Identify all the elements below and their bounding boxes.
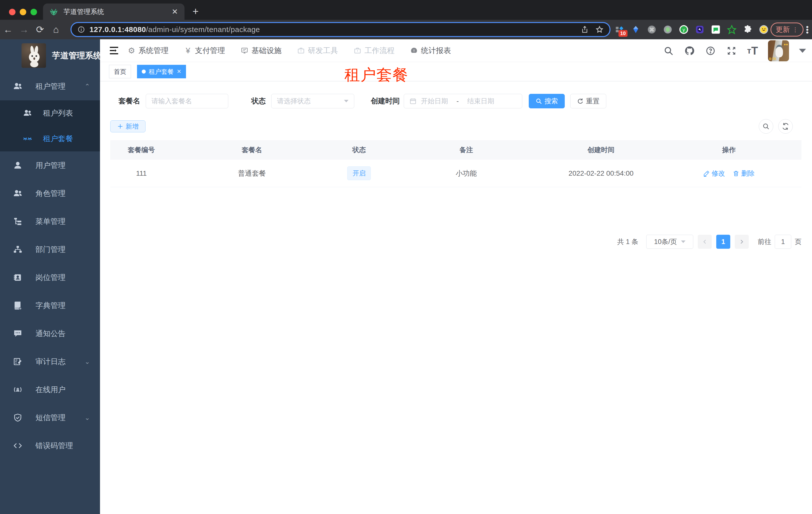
bookmark-star-icon[interactable] [596,26,604,33]
maximize-window-button[interactable] [30,9,37,15]
sidebar-item-post-management[interactable]: 岗位管理 [0,264,100,292]
sidebar-submenu-tenant: 租户列表 租户套餐 [0,100,100,152]
y-extension-icon[interactable]: y [679,25,689,34]
user-avatar[interactable]: 0:70 ●● [768,40,789,61]
current-page-button[interactable]: 1 [716,235,730,249]
page-size-select[interactable]: 10条/页 [646,235,693,249]
chevron-down-icon: ⌄ [85,414,90,422]
user-icon [13,161,23,170]
new-tab-button[interactable]: + [193,5,199,18]
sidebar-item-label: 错误码管理 [35,441,90,451]
browser-tab[interactable]: 芋道管理系统 ✕ [43,3,184,20]
column-header: 创建时间 [546,145,656,154]
top-menu-label: 系统管理 [139,46,169,56]
delete-link[interactable]: 删除 [733,169,755,178]
sidebar-item-tenant-list[interactable]: 租户列表 [0,100,100,126]
address-bar[interactable]: 127.0.0.1:48080/admin-ui/system/tenant/p… [70,22,610,37]
tab-manager-extension-icon[interactable]: 10 [615,25,625,34]
green-dot-extension-icon[interactable] [663,25,672,34]
github-icon[interactable] [684,45,695,56]
gem-extension-icon[interactable] [631,25,640,34]
avatar-caret-icon[interactable] [799,49,806,53]
name-filter-input[interactable] [151,97,223,105]
help-icon[interactable] [705,45,716,56]
cell-remark: 小功能 [387,169,546,178]
back-icon[interactable]: ← [0,24,16,35]
top-menu-devtools[interactable]: 研发工具 [297,46,338,56]
share-icon[interactable] [581,26,588,33]
created-filter-label: 创建时间 [371,96,400,106]
top-menu-reports[interactable]: 统计报表 [410,46,451,56]
reset-button[interactable]: 重置 [570,94,606,108]
tab-close-icon[interactable]: ✕ [172,7,178,16]
fullscreen-icon[interactable] [726,45,737,56]
reload-icon[interactable]: ⟳ [32,24,48,35]
sidebar-item-menu-management[interactable]: 菜单管理 [0,208,100,236]
tag-tenant-package[interactable]: 租户套餐 ✕ [137,65,186,78]
chevron-right-icon [739,239,745,244]
prev-page-button[interactable] [698,235,712,249]
date-range-picker[interactable]: 开始日期 - 结束日期 [404,94,522,108]
next-page-button[interactable] [735,235,749,249]
close-window-button[interactable] [9,9,16,15]
puzzle-extensions-icon[interactable] [743,25,753,34]
cell-status: 开启 [331,166,387,180]
emoji-extension-icon[interactable] [759,25,768,34]
search-button[interactable]: 搜索 [529,94,565,108]
status-filter-select[interactable]: 请选择状态 [271,94,354,108]
sidebar-item-dept-management[interactable]: 部门管理 [0,236,100,264]
chat-extension-icon[interactable] [711,25,721,34]
url-path: /admin-ui/system/tenant/package [146,25,260,33]
star-extension-icon[interactable] [727,25,736,34]
browser-tab-strip: 芋道管理系统 ✕ + [0,0,812,20]
sidebar-logo-row[interactable]: 芋道管理系统 [0,39,100,65]
sidebar-item-error-code[interactable]: 错误码管理 [0,432,100,460]
sidebar-item-audit-log[interactable]: 审计日志 ⌄ [0,348,100,376]
filter-form: 套餐名 状态 请选择状态 创建时间 开始日期 - 结束日期 [100,94,812,108]
goto-label: 前往 [758,237,771,246]
site-favicon-icon [50,7,58,16]
top-menu-label: 工作流程 [365,46,395,56]
shield-extension-icon[interactable] [695,25,704,34]
minimize-window-button[interactable] [20,9,26,15]
sidebar-item-role-management[interactable]: 角色管理 [0,180,100,208]
page-title-overlay: 租户套餐 [345,64,408,85]
pagination: 共 1 条 10条/页 1 前往 页 [617,235,802,249]
sidebar-item-label: 租户套餐 [43,134,73,144]
column-header: 备注 [387,145,546,154]
avatar-coins: ●● [784,42,788,46]
sidebar-item-dict-management[interactable]: 字典管理 [0,292,100,320]
goto-page-input[interactable] [775,235,791,249]
collapse-sidebar-icon[interactable] [109,46,119,55]
command-extension-icon[interactable]: ⌘ [647,25,657,34]
sidebar-item-online-users[interactable]: 在线用户 [0,376,100,404]
sidebar: 芋道管理系统 租户管理 ⌃ 租户列表 租户套餐 [0,39,100,514]
search-icon[interactable] [663,45,674,56]
add-button[interactable]: 新增 [110,120,145,132]
forward-icon[interactable]: → [16,24,32,35]
refresh-table-button[interactable] [778,119,793,134]
tag-home[interactable]: 首页 [109,65,131,78]
site-info-icon[interactable] [78,26,85,33]
chrome-update-button[interactable]: 更新 ⋮ [771,23,804,36]
browser-menu-icon[interactable]: ••• [806,26,809,34]
post-badge-icon [13,273,23,282]
toggle-search-button[interactable] [759,119,773,134]
sidebar-item-notice[interactable]: 通知公告 [0,320,100,348]
sidebar-item-user-management[interactable]: 用户管理 [0,152,100,180]
sidebar-item-label: 岗位管理 [35,272,90,283]
font-size-icon[interactable]: ᴛT [747,45,758,56]
edit-link[interactable]: 修改 [703,169,725,178]
top-menu-payment[interactable]: ¥ 支付管理 [184,46,225,56]
top-menu-workflow[interactable]: 工作流程 [353,46,395,56]
date-end-placeholder: 结束日期 [467,97,494,106]
home-icon[interactable]: ⌂ [48,24,64,35]
name-filter-input-wrap [146,94,228,108]
message-icon [13,329,23,338]
top-menu-system[interactable]: ⚙ 系统管理 [127,46,169,56]
sidebar-item-tenant-package[interactable]: 租户套餐 [0,126,100,152]
sidebar-item-tenant-management[interactable]: 租户管理 ⌃ [0,72,100,100]
sidebar-item-sms-management[interactable]: 短信管理 ⌄ [0,404,100,432]
top-menu-infrastructure[interactable]: 基础设施 [240,46,282,56]
tag-close-icon[interactable]: ✕ [177,68,181,75]
